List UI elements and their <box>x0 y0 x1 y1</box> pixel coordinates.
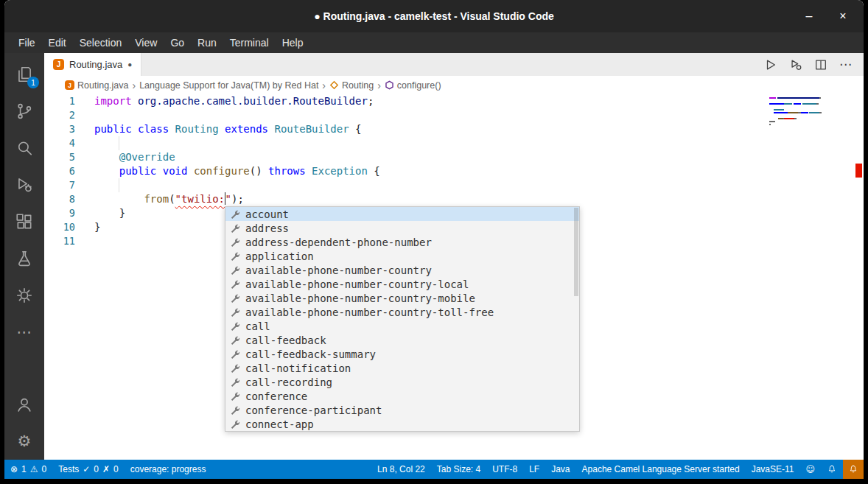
chevron-right-icon: › <box>129 80 140 91</box>
menu-edit[interactable]: Edit <box>42 35 73 51</box>
code-line[interactable]: public void configure() throws Exception… <box>94 164 853 178</box>
method-symbol-icon <box>385 80 394 90</box>
gutter[interactable]: 1234567891011 <box>44 94 94 248</box>
camel-extension-icon[interactable] <box>4 277 44 314</box>
run-debug-icon[interactable] <box>4 166 44 203</box>
java-runtime-indicator[interactable]: JavaSE-11 <box>746 460 800 479</box>
warning-icon: ⚠ <box>30 464 38 474</box>
more-views-icon[interactable]: ⋯ <box>4 314 44 351</box>
line-number[interactable]: 1 <box>44 94 94 108</box>
problems-indicator[interactable]: ⊗ 1 ⚠ 0 <box>4 460 52 479</box>
coverage-indicator[interactable]: coverage: progress <box>125 460 212 479</box>
tab-label: Routing.java <box>69 59 122 70</box>
code-line[interactable]: public class Routing extends RouteBuilde… <box>94 122 853 136</box>
feedback-smiley-icon[interactable]: ☺ <box>799 460 821 479</box>
class-symbol-icon <box>329 80 339 90</box>
wrench-icon <box>230 419 240 429</box>
suggest-item[interactable]: conference-participant <box>225 403 579 417</box>
extensions-icon[interactable] <box>4 203 44 240</box>
wrench-icon <box>230 377 240 387</box>
code-line[interactable]: import org.apache.camel.builder.RouteBui… <box>94 94 853 108</box>
suggest-item[interactable]: address <box>225 221 579 235</box>
wrench-icon <box>230 391 240 401</box>
testing-flask-icon[interactable] <box>4 240 44 277</box>
suggest-item[interactable]: call <box>225 319 579 333</box>
minimize-button[interactable]: – <box>800 7 818 25</box>
suggest-item[interactable]: available-phone-number-country-local <box>225 277 579 291</box>
cursor-position-indicator[interactable]: Ln 8, Col 22 <box>371 460 431 479</box>
menu-help[interactable]: Help <box>276 35 310 51</box>
language-mode-indicator[interactable]: Java <box>545 460 575 479</box>
suggest-item[interactable]: address-dependent-phone-number <box>225 235 579 249</box>
search-icon[interactable] <box>4 130 44 166</box>
settings-gear-icon[interactable]: ⚙ <box>4 423 44 460</box>
tab-routing-java[interactable]: J Routing.java ● <box>44 53 141 76</box>
minimap[interactable] <box>769 97 852 130</box>
error-marker <box>855 164 862 178</box>
status-bar: ⊗ 1 ⚠ 0 Tests ✓ 0 ✗ 0 coverage: progress… <box>4 460 864 479</box>
suggest-item[interactable]: account <box>225 207 579 221</box>
eol-indicator[interactable]: LF <box>523 460 545 479</box>
line-number[interactable]: 9 <box>44 206 94 220</box>
line-number[interactable]: 3 <box>44 122 94 136</box>
error-count: 1 <box>21 464 27 474</box>
breadcrumb-item[interactable]: Language Support for Java(TM) by Red Hat <box>139 80 318 91</box>
breadcrumb: JRouting.java›Language Support for Java(… <box>44 76 864 94</box>
line-number[interactable]: 6 <box>44 164 94 178</box>
code-line[interactable] <box>94 136 853 150</box>
warning-count: 0 <box>42 464 47 474</box>
line-number[interactable]: 10 <box>44 220 94 234</box>
suggest-item[interactable]: available-phone-number-country <box>225 263 579 277</box>
indentation-indicator[interactable]: Tab Size: 4 <box>431 460 486 479</box>
suggest-item[interactable]: application <box>225 249 579 263</box>
camel-language-server-status[interactable]: Apache Camel Language Server started <box>576 460 746 479</box>
code-line[interactable] <box>94 178 853 192</box>
line-number[interactable]: 8 <box>44 192 94 206</box>
line-number[interactable]: 7 <box>44 178 94 192</box>
breadcrumb-item[interactable]: configure() <box>385 80 441 91</box>
wrench-icon <box>230 209 240 220</box>
menu-view[interactable]: View <box>128 35 164 51</box>
menu-go[interactable]: Go <box>164 35 191 51</box>
code-line[interactable] <box>94 108 853 122</box>
bell-icon[interactable] <box>821 460 843 479</box>
suggest-item[interactable]: available-phone-number-country-toll-free <box>225 305 579 319</box>
suggest-scrollbar[interactable] <box>574 208 578 296</box>
breadcrumb-item[interactable]: Routing <box>329 80 374 91</box>
wrench-icon <box>230 363 240 373</box>
more-actions-button[interactable]: ⋯ <box>839 58 852 71</box>
suggest-item[interactable]: call-notification <box>225 361 579 375</box>
menu-terminal[interactable]: Terminal <box>223 35 276 51</box>
menu-file[interactable]: File <box>12 35 42 51</box>
explorer-icon[interactable]: 1 <box>4 56 44 93</box>
run-or-debug-button[interactable] <box>789 58 802 71</box>
overview-ruler[interactable] <box>853 94 864 460</box>
menu-run[interactable]: Run <box>191 35 223 51</box>
split-editor-button[interactable] <box>814 58 827 71</box>
encoding-indicator[interactable]: UTF-8 <box>486 460 523 479</box>
explorer-badge: 1 <box>27 77 39 88</box>
java-file-icon: J <box>65 80 74 90</box>
source-control-icon[interactable] <box>4 93 44 130</box>
vscode-window: ● Routing.java - camelk-test - Visual St… <box>4 0 864 479</box>
line-number[interactable]: 5 <box>44 150 94 164</box>
wrench-icon <box>230 237 240 248</box>
notification-bell-button[interactable] <box>843 460 864 479</box>
line-number[interactable]: 4 <box>44 136 94 150</box>
suggest-item[interactable]: available-phone-number-country-mobile <box>225 291 579 305</box>
run-button[interactable] <box>764 58 777 71</box>
breadcrumb-item[interactable]: JRouting.java <box>65 80 129 91</box>
suggest-item[interactable]: call-feedback <box>225 333 579 347</box>
menu-selection[interactable]: Selection <box>73 35 129 51</box>
code-line[interactable]: @Override <box>94 150 853 164</box>
suggest-item[interactable]: call-recording <box>225 375 579 389</box>
suggest-item[interactable]: connect-app <box>225 417 579 431</box>
suggest-item[interactable]: call-feedback-summary <box>225 347 579 361</box>
code-line[interactable]: from("twilio:"); <box>94 192 853 206</box>
suggest-item[interactable]: conference <box>225 389 579 403</box>
line-number[interactable]: 2 <box>44 108 94 122</box>
accounts-icon[interactable] <box>4 386 44 423</box>
tests-indicator[interactable]: Tests ✓ 0 ✗ 0 <box>52 460 125 479</box>
line-number[interactable]: 11 <box>44 234 94 248</box>
close-button[interactable]: × <box>834 7 852 25</box>
